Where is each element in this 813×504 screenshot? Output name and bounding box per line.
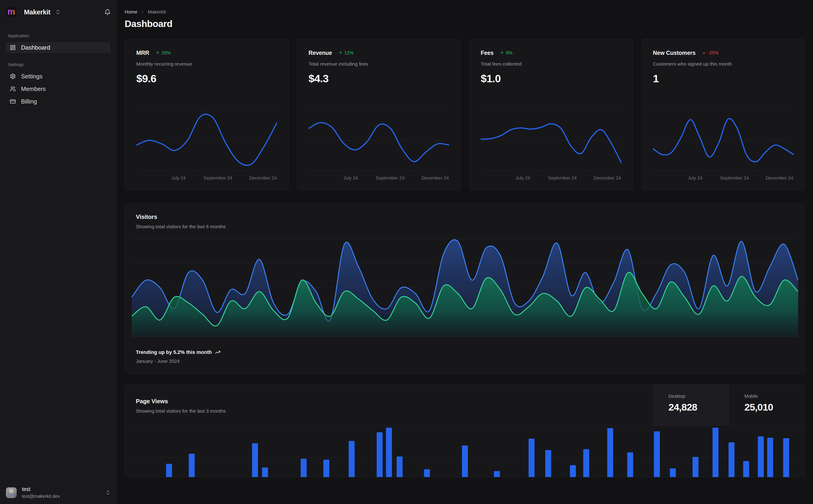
chevrons-up-down-icon[interactable]	[55, 9, 61, 15]
sparkline-chart: July 24 September 24 December 24	[481, 109, 622, 181]
gear-icon	[10, 73, 16, 79]
user-name: test	[22, 486, 60, 492]
stat-title: New Customers	[653, 50, 696, 56]
page-views-toggles: Desktop 24,828 Mobile 25,010	[653, 384, 805, 426]
nav-group-application: Application Dashboard	[6, 33, 111, 53]
x-tick-label: December 24	[249, 175, 277, 181]
page-title: Dashboard	[125, 19, 805, 29]
breadcrumb-home-link[interactable]: Home	[125, 9, 137, 15]
makerkit-logo: m	[6, 7, 17, 18]
visitors-area-chart	[132, 239, 798, 337]
sidebar-item-settings[interactable]: Settings	[6, 71, 111, 82]
trending-up-icon	[215, 350, 221, 355]
x-tick-label: July 24	[344, 175, 358, 181]
stat-title: Fees	[481, 50, 493, 56]
nav-group-label: Settings	[8, 62, 109, 67]
sidebar-item-label: Settings	[21, 73, 43, 80]
bell-icon[interactable]	[104, 9, 111, 15]
trend-badge: 9%	[500, 50, 512, 56]
toggle-mobile[interactable]: Mobile 25,010	[729, 384, 805, 426]
x-tick-label: December 24	[593, 175, 621, 181]
x-tick-label: December 24	[421, 175, 449, 181]
workspace-selector[interactable]: m Makerkit	[6, 0, 111, 21]
visitors-title: Visitors	[136, 213, 794, 220]
arrow-down-icon	[702, 51, 706, 55]
stat-card-new-customers: New Customers -25% Customers who signed …	[641, 39, 805, 191]
sidebar: m Makerkit Application Dashboard	[0, 0, 117, 504]
chevron-right-icon	[140, 10, 145, 14]
breadcrumb: Home Makerkit	[125, 0, 805, 15]
page-views-card: Page Views Showing total visitors for th…	[125, 384, 805, 477]
sidebar-item-dashboard[interactable]: Dashboard	[6, 42, 111, 53]
page-views-header: Page Views Showing total visitors for th…	[125, 384, 805, 426]
x-tick-label: September 24	[204, 175, 232, 181]
sparkline-x-axis: July 24 September 24 December 24	[481, 175, 622, 181]
x-tick-label: July 24	[688, 175, 702, 181]
sidebar-nav: Application Dashboard Settings Settings	[6, 33, 111, 107]
trend-badge: 12%	[339, 50, 354, 56]
workspace-name: Makerkit	[24, 8, 50, 16]
trend-value: 12%	[344, 50, 354, 56]
visitors-trend-text: Trending up by 5.2% this month	[136, 349, 212, 355]
page-views-subtitle: Showing total visitors for the last 3 mo…	[136, 408, 226, 414]
main-content: Home Makerkit Dashboard MRR 20%	[117, 0, 813, 504]
dashboard-grid-icon	[10, 45, 16, 50]
sparkline-chart: July 24 September 24 December 24	[136, 109, 277, 181]
x-tick-label: July 24	[171, 175, 186, 181]
trend-value: 20%	[161, 50, 170, 56]
sparkline-x-axis: July 24 September 24 December 24	[653, 175, 794, 181]
toggle-desktop[interactable]: Desktop 24,828	[653, 384, 729, 426]
stat-value: $9.6	[136, 72, 277, 85]
x-tick-label: July 24	[516, 175, 530, 181]
user-info: test test@makerkit.dev	[22, 486, 60, 499]
sidebar-item-label: Dashboard	[21, 44, 50, 51]
page-views-title: Page Views	[136, 398, 226, 405]
stat-description: Monthly recurring revenue	[136, 61, 277, 67]
stat-value: $4.3	[309, 72, 449, 85]
trend-badge: 20%	[155, 50, 170, 56]
visitors-subtitle: Showing total visitors for the last 6 mo…	[136, 224, 794, 229]
stat-description: Customers who signed up this month	[653, 61, 794, 67]
user-email: test@makerkit.dev	[22, 494, 60, 499]
sidebar-item-label: Members	[21, 85, 46, 93]
sparkline-chart: July 24 September 24 December 24	[653, 109, 794, 181]
stat-card-fees: Fees 9% Total fees collected $1.0 July 2…	[469, 39, 633, 191]
arrow-up-icon	[500, 51, 504, 55]
stat-title: MRR	[136, 50, 149, 56]
x-tick-label: September 24	[720, 175, 749, 181]
nav-group-settings: Settings Settings Members	[6, 62, 111, 107]
credit-card-icon	[10, 98, 16, 104]
chevrons-up-down-icon[interactable]	[105, 490, 111, 495]
stat-title: Revenue	[309, 50, 332, 56]
sidebar-item-label: Billing	[21, 98, 37, 105]
stat-card-mrr: MRR 20% Monthly recurring revenue $9.6 J…	[125, 39, 289, 191]
stats-row: MRR 20% Monthly recurring revenue $9.6 J…	[125, 39, 805, 191]
user-menu[interactable]: test test@makerkit.dev	[6, 486, 111, 499]
toggle-label: Mobile	[744, 394, 798, 399]
logo-letter: m	[8, 7, 15, 16]
sparkline-x-axis: July 24 September 24 December 24	[309, 175, 449, 181]
visitors-period: January - June 2024	[136, 358, 794, 364]
stat-value: $1.0	[481, 72, 622, 85]
stat-value: 1	[653, 72, 794, 85]
arrow-up-icon	[339, 51, 343, 55]
stat-card-revenue: Revenue 12% Total revenue including fees…	[297, 39, 461, 191]
sparkline-chart: July 24 September 24 December 24	[309, 109, 449, 181]
avatar	[6, 487, 17, 498]
users-icon	[10, 86, 16, 92]
arrow-up-icon	[155, 51, 160, 55]
trend-badge: -25%	[702, 50, 719, 56]
trend-value: -25%	[708, 50, 719, 56]
toggle-label: Desktop	[669, 394, 722, 399]
x-tick-label: September 24	[548, 175, 577, 181]
stat-description: Total fees collected	[481, 61, 622, 67]
sparkline-x-axis: July 24 September 24 December 24	[136, 175, 277, 181]
nav-group-label: Application	[8, 33, 109, 38]
breadcrumb-current: Makerkit	[148, 9, 166, 15]
x-tick-label: December 24	[766, 175, 793, 181]
x-tick-label: September 24	[376, 175, 405, 181]
sidebar-item-billing[interactable]: Billing	[6, 96, 111, 107]
sidebar-item-members[interactable]: Members	[6, 83, 111, 94]
stat-description: Total revenue including fees	[309, 61, 449, 67]
visitors-card: Visitors Showing total visitors for the …	[125, 203, 805, 374]
